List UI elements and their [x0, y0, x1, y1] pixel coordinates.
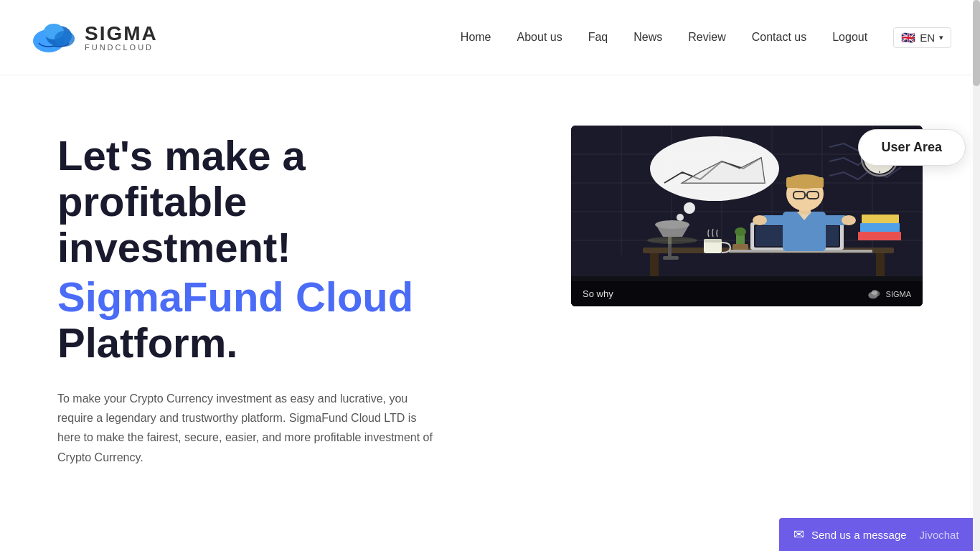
hero-title-line2: profitable: [57, 178, 247, 225]
svg-rect-62: [663, 256, 679, 260]
nav-contact[interactable]: Contact us: [752, 31, 806, 44]
nav-home[interactable]: Home: [461, 31, 491, 44]
video-bottom-bar: So why SIGMA: [571, 281, 923, 306]
svg-rect-52: [732, 244, 748, 250]
brand-name: SIGMA: [85, 24, 158, 44]
nav-faq[interactable]: Faq: [588, 31, 608, 44]
svg-rect-42: [786, 177, 824, 188]
chevron-down-icon: ▾: [939, 33, 943, 42]
chat-widget[interactable]: ✉ Send us a message Jivochat: [779, 518, 980, 520]
flag-icon: 🇬🇧: [901, 31, 915, 44]
main-nav: Home About us Faq News Review Contact us…: [461, 27, 951, 48]
hero-title-line1: Let's make a: [57, 132, 306, 179]
svg-point-3: [55, 31, 75, 47]
svg-rect-57: [862, 215, 899, 223]
svg-rect-56: [860, 223, 900, 232]
nav-review[interactable]: Review: [688, 31, 725, 44]
nav-news[interactable]: News: [633, 31, 662, 44]
watermark-icon: [866, 288, 883, 301]
hero-title-line3: investment!: [57, 224, 291, 270]
hero-title-colored: SigmaFund Cloud: [57, 274, 438, 320]
user-area-button[interactable]: User Area: [858, 129, 966, 166]
hero-title: Let's make a profitable investment!: [57, 133, 438, 270]
logo-icon: [29, 16, 79, 59]
header: SIGMA FUNDCLOUD Home About us Faq News R…: [0, 0, 980, 75]
page-scrollbar[interactable]: [973, 0, 980, 520]
hero-description: To make your Crypto Currency investment …: [57, 389, 438, 467]
video-label: So why: [583, 288, 613, 299]
svg-point-26: [677, 214, 684, 221]
nav-about[interactable]: About us: [517, 31, 562, 44]
hero-text: Let's make a profitable investment! Sigm…: [57, 118, 438, 467]
svg-point-51: [735, 227, 746, 236]
svg-point-61: [647, 237, 697, 244]
svg-rect-54: [704, 239, 722, 242]
sigma-watermark: SIGMA: [866, 288, 911, 301]
brand-sub: FUNDCLOUD: [85, 44, 158, 52]
watermark-text: SIGMA: [886, 290, 911, 298]
hero-section: Let's make a profitable investment! Sigm…: [0, 75, 980, 520]
scrollbar-thumb: [973, 0, 980, 86]
svg-point-25: [684, 202, 695, 214]
svg-point-66: [871, 290, 877, 295]
hero-title-platform: Platform.: [57, 320, 438, 366]
logo-text: SIGMA FUNDCLOUD: [85, 24, 158, 52]
svg-rect-55: [858, 232, 901, 240]
svg-point-49: [842, 215, 856, 225]
logo[interactable]: SIGMA FUNDCLOUD: [29, 16, 158, 59]
lang-code: EN: [920, 32, 935, 44]
nav-logout[interactable]: Logout: [832, 31, 867, 44]
svg-point-60: [655, 220, 689, 229]
language-selector[interactable]: 🇬🇧 EN ▾: [893, 27, 951, 48]
svg-point-48: [753, 215, 767, 225]
